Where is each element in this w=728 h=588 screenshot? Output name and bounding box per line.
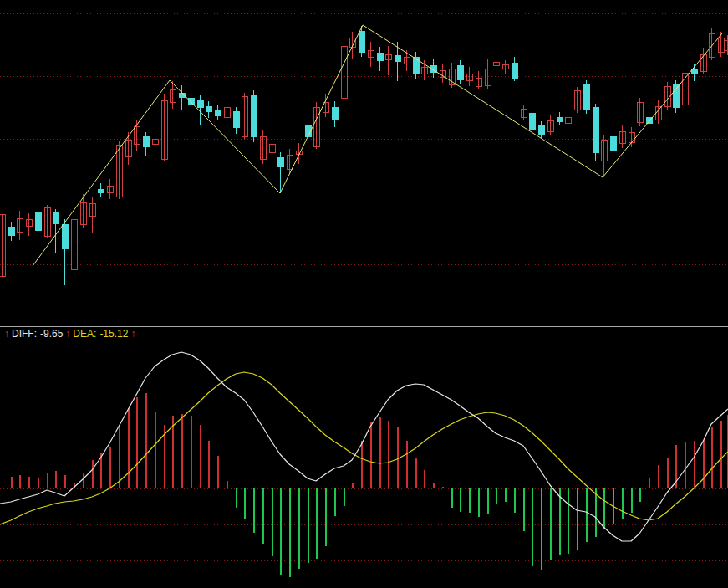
candle-down: [8, 227, 14, 235]
candle-down: [188, 98, 194, 104]
candle-down: [377, 53, 383, 60]
candle-down: [251, 95, 257, 136]
diff-value: -9.65: [40, 328, 63, 340]
macd-indicator-bar: ↑ DIFF: -9.65 ↑ DEA: -15.12 ↑: [2, 328, 138, 340]
candle-down: [610, 136, 616, 151]
candle-down: [395, 55, 400, 61]
diff-line: [0, 352, 728, 541]
candle-down: [143, 136, 149, 146]
candle-down: [98, 189, 104, 192]
candle-down: [359, 31, 364, 52]
dea-label: DEA:: [73, 328, 96, 340]
candle-down: [529, 113, 535, 130]
candle-down: [35, 212, 41, 230]
dea-value: -15.12: [99, 328, 128, 340]
candle-down: [557, 117, 563, 121]
candle-down: [277, 157, 283, 166]
up-arrow-icon: ↑: [4, 328, 9, 340]
candle-down: [62, 224, 68, 248]
candle-down: [413, 57, 419, 74]
candle-down: [512, 63, 517, 78]
chart-canvas[interactable]: [0, 0, 728, 588]
stock-chart-window: ↑ DIFF: -9.65 ↑ DEA: -15.12 ↑: [0, 0, 728, 588]
candle-down: [53, 212, 59, 223]
candle-down: [583, 84, 589, 109]
price-panel[interactable]: [0, 25, 728, 285]
candle-down: [197, 100, 203, 107]
candle-down: [332, 107, 338, 119]
diff-label: DIFF:: [12, 328, 37, 340]
up-arrow-icon: ↑: [130, 328, 135, 340]
zigzag-overlay-line: [33, 25, 722, 266]
candle-down: [215, 110, 221, 115]
candle-down: [593, 107, 598, 152]
candle-down: [538, 125, 544, 134]
candle-down: [457, 65, 463, 79]
candle-down: [305, 125, 311, 136]
candle-down: [206, 106, 211, 111]
candle-down: [233, 111, 239, 127]
macd-panel[interactable]: [0, 352, 728, 577]
up-arrow-icon: ↑: [65, 328, 70, 340]
